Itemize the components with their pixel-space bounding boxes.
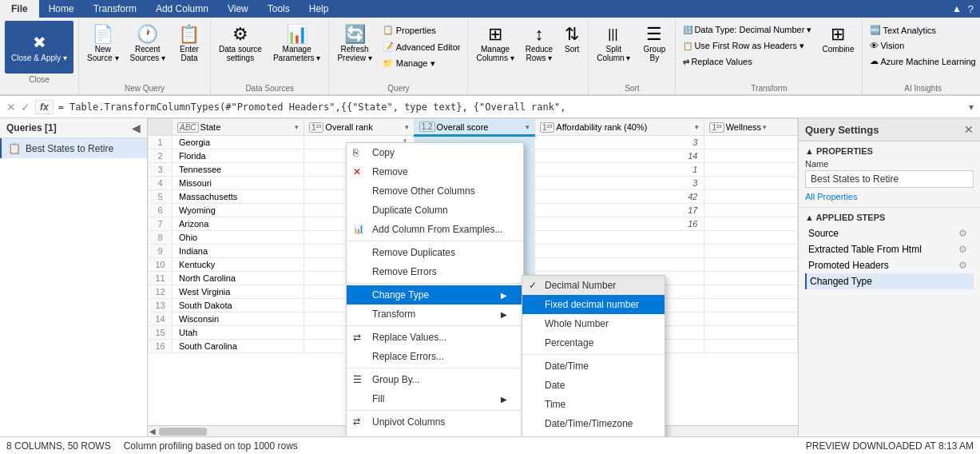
- tab-transform[interactable]: Transform: [84, 0, 146, 18]
- col-header-affordability[interactable]: 1²³ Affordability rank (40%) ▾: [535, 119, 704, 136]
- scroll-left-icon[interactable]: ◀: [149, 427, 156, 436]
- all-properties-link[interactable]: All Properties: [805, 192, 857, 201]
- step-promoted[interactable]: Promoted Headers ⚙: [805, 257, 974, 273]
- recent-sources-icon: 🕐: [137, 24, 158, 45]
- submenu-whole-number[interactable]: Whole Number: [522, 314, 665, 333]
- ctx-unpivot-other[interactable]: Unpivot Other Columns: [347, 432, 523, 436]
- ctx-remove-errors[interactable]: Remove Errors: [347, 262, 523, 281]
- ctx-add-from-examples[interactable]: 📊 Add Column From Examples...: [347, 220, 523, 239]
- step-extracted-gear[interactable]: ⚙: [958, 244, 967, 255]
- step-source-gear[interactable]: ⚙: [958, 228, 967, 239]
- recent-sources-button[interactable]: 🕐 RecentSources ▾: [125, 21, 170, 66]
- col-header-overall-score[interactable]: 1.2 Overall score ▾: [414, 119, 534, 136]
- formula-input[interactable]: [58, 102, 964, 113]
- queries-panel: Queries [1] ◀ 📋 Best States to Retire: [0, 118, 148, 436]
- queries-collapse-icon[interactable]: ◀: [132, 121, 141, 134]
- col-score-arrow[interactable]: ▾: [526, 123, 530, 131]
- tab-home[interactable]: Home: [39, 0, 84, 18]
- ctx-replace-errors[interactable]: Replace Errors...: [347, 347, 523, 366]
- col-header-overall-rank[interactable]: 1²³ Overall rank ▾: [304, 119, 415, 136]
- cell-state: Georgia: [173, 136, 304, 149]
- split-column-label: SplitColumn ▾: [597, 45, 630, 62]
- cell-row-num: 9: [149, 245, 173, 258]
- data-type-button[interactable]: 🔢 Data Type: Decimal Number ▾: [679, 22, 815, 38]
- submenu-percentage[interactable]: Percentage: [522, 333, 665, 352]
- properties-section-title: ▲ PROPERTIES: [805, 146, 974, 156]
- split-column-button[interactable]: ⫼ SplitColumn ▾: [592, 21, 635, 66]
- tab-add-column[interactable]: Add Column: [146, 0, 218, 18]
- tab-view[interactable]: View: [218, 0, 258, 18]
- col-afford-arrow[interactable]: ▾: [695, 123, 699, 131]
- replace-values-ribbon-button[interactable]: ⇄ Replace Values: [679, 54, 815, 69]
- ctx-remove[interactable]: ✕ Remove: [347, 162, 523, 181]
- ribbon: ✖ Close & Apply ▾ Close 📄 NewSource ▾ 🕐 …: [0, 18, 980, 96]
- col-header-state[interactable]: ABC State ▾: [173, 119, 304, 136]
- submenu-datetime[interactable]: Date/Time: [522, 356, 665, 376]
- enter-data-button[interactable]: 📋 EnterData: [172, 21, 207, 66]
- cell-row-num: 5: [149, 190, 173, 204]
- manage-button[interactable]: 📁 Manage ▾: [379, 56, 465, 71]
- advanced-editor-button[interactable]: 📝 Advanced Editor: [379, 39, 465, 54]
- submenu-datetimetz[interactable]: Date/Time/Timezone: [522, 414, 665, 433]
- submenu-duration[interactable]: Duration: [522, 433, 665, 436]
- help-icon[interactable]: ?: [968, 3, 974, 15]
- formula-cancel-icon[interactable]: ✕: [6, 101, 16, 114]
- cell-afford: [535, 245, 704, 258]
- azure-ml-button[interactable]: ☁ Azure Machine Learning: [866, 54, 979, 69]
- tab-help[interactable]: Help: [300, 0, 339, 18]
- first-row-headers-icon: 📋: [683, 42, 692, 50]
- step-source[interactable]: Source ⚙: [805, 225, 974, 241]
- query-item-best-states[interactable]: 📋 Best States to Retire: [0, 138, 147, 158]
- combine-button[interactable]: ⊞ Combine: [817, 21, 859, 57]
- group-by-button[interactable]: ☰ GroupBy: [637, 21, 672, 66]
- col-rank-name: Overall rank: [325, 122, 372, 132]
- submenu-decimal[interactable]: ✓ Decimal Number: [522, 276, 665, 295]
- properties-button[interactable]: 📋 Properties: [379, 22, 465, 38]
- col-wellness-name: Wellness: [726, 122, 761, 132]
- ctx-fill[interactable]: Fill ▶: [347, 389, 523, 408]
- ctx-unpivot[interactable]: ⇄ Unpivot Columns: [347, 412, 523, 432]
- ctx-replace-values[interactable]: ⇄ Replace Values...: [347, 328, 523, 347]
- reduce-rows-button[interactable]: ↕ ReduceRows ▾: [521, 21, 557, 66]
- ctx-change-type[interactable]: Change Type ▶: [347, 285, 523, 305]
- first-row-headers-button[interactable]: 📋 Use First Row as Headers ▾: [679, 38, 815, 54]
- text-analytics-button[interactable]: 🔤 Text Analytics: [866, 22, 979, 38]
- step-promoted-gear[interactable]: ⚙: [958, 260, 967, 271]
- vision-button[interactable]: 👁 Vision: [866, 38, 979, 53]
- enter-data-icon: 📋: [178, 24, 200, 45]
- new-source-button[interactable]: 📄 NewSource ▾: [82, 21, 123, 66]
- col-afford-type: 1²³: [540, 122, 554, 133]
- sort-button[interactable]: ⇅ Sort: [559, 21, 585, 57]
- manage-parameters-button[interactable]: 📊 ManageParameters ▾: [268, 21, 325, 66]
- submenu-time[interactable]: Time: [522, 395, 665, 414]
- tab-file[interactable]: File: [0, 0, 39, 18]
- close-apply-button[interactable]: ✖ Close & Apply ▾: [5, 21, 73, 74]
- formula-confirm-icon[interactable]: ✓: [21, 101, 30, 114]
- ctx-duplicate[interactable]: Duplicate Column: [347, 201, 523, 220]
- status-preview-time: PREVIEW DOWNLOADED AT 8:13 AM: [806, 440, 974, 452]
- refresh-preview-button[interactable]: 🔄 RefreshPreview ▾: [332, 21, 376, 66]
- submenu-fixed-decimal[interactable]: Fixed decimal number: [522, 295, 665, 314]
- col-header-wellness[interactable]: 1²³ Wellness ▾: [704, 119, 798, 136]
- col-rank-arrow[interactable]: ▾: [405, 123, 409, 131]
- ctx-remove-dupes[interactable]: Remove Duplicates: [347, 243, 523, 262]
- col-state-arrow[interactable]: ▾: [295, 123, 299, 131]
- step-changed-type[interactable]: Changed Type: [805, 273, 974, 289]
- ctx-group-by[interactable]: ☰ Group By...: [347, 370, 523, 389]
- submenu-date[interactable]: Date: [522, 376, 665, 395]
- ctx-copy[interactable]: ⎘ Copy: [347, 143, 523, 162]
- settings-close-icon[interactable]: ✕: [964, 123, 974, 136]
- cell-row-num: 4: [149, 177, 173, 190]
- col-wellness-arrow[interactable]: ▾: [763, 123, 767, 131]
- ctx-remove-other[interactable]: Remove Other Columns: [347, 181, 523, 201]
- formula-expand-icon[interactable]: ▾: [969, 102, 974, 113]
- ctx-transform[interactable]: Transform ▶: [347, 305, 523, 324]
- tab-tools[interactable]: Tools: [258, 0, 300, 18]
- cell-wellness: [704, 340, 798, 353]
- step-extracted[interactable]: Extracted Table From Html ⚙: [805, 241, 974, 257]
- query-name-input[interactable]: [805, 170, 974, 188]
- manage-columns-button[interactable]: ⊞ ManageColumns ▾: [471, 21, 518, 66]
- ribbon-group-data-sources: ⚙ Data sourcesettings 📊 ManageParameters…: [211, 19, 329, 94]
- scroll-thumb[interactable]: [159, 428, 207, 436]
- data-source-settings-button[interactable]: ⚙ Data sourcesettings: [214, 21, 267, 66]
